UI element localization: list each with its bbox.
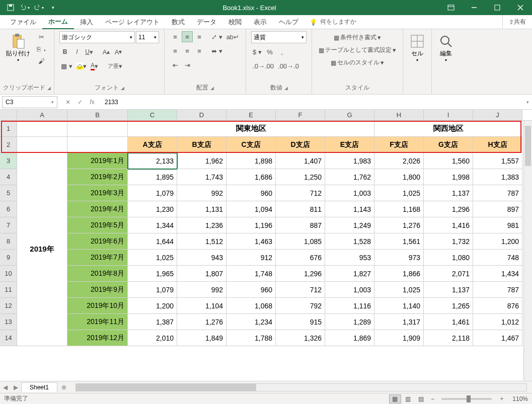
expand-formula-icon[interactable]: ▾ bbox=[523, 100, 532, 105]
paste-button[interactable]: 貼り付け▾ bbox=[3, 31, 33, 64]
col-header-H[interactable]: H bbox=[374, 110, 424, 120]
cell-I5[interactable]: 1,137 bbox=[424, 185, 473, 201]
cell-D5[interactable]: 992 bbox=[177, 185, 226, 201]
row-header-5[interactable]: 5 bbox=[0, 185, 17, 201]
cell-F4[interactable]: 1,250 bbox=[276, 169, 325, 185]
cell-I8[interactable]: 1,732 bbox=[424, 233, 473, 250]
cell-month-7[interactable]: 2019年5月 bbox=[67, 217, 128, 233]
cancel-formula-icon[interactable]: ✕ bbox=[62, 99, 73, 106]
cell-J4[interactable]: 1,383 bbox=[473, 169, 522, 185]
cell-G9[interactable]: 953 bbox=[325, 250, 374, 266]
name-box[interactable]: C3▾ bbox=[2, 96, 57, 108]
col-header-G[interactable]: G bbox=[325, 110, 374, 120]
cell-H12[interactable]: 1,140 bbox=[374, 298, 424, 314]
cell-H14[interactable]: 1,909 bbox=[374, 330, 424, 346]
cell-E11[interactable]: 960 bbox=[226, 282, 276, 298]
cell-D13[interactable]: 1,276 bbox=[177, 314, 226, 330]
cell-J14[interactable]: 1,467 bbox=[473, 330, 522, 346]
tab-help[interactable]: ヘルプ bbox=[273, 15, 305, 29]
cell-H6[interactable]: 1,168 bbox=[374, 201, 424, 217]
cell-branch-5[interactable]: F支店 bbox=[374, 137, 424, 153]
zoom-in-icon[interactable]: ＋ bbox=[496, 394, 508, 403]
row-header-11[interactable]: 11 bbox=[0, 282, 17, 298]
cell-H7[interactable]: 1,276 bbox=[374, 217, 424, 233]
align-top-icon[interactable]: ≡ bbox=[170, 31, 181, 42]
cell-H11[interactable]: 1,025 bbox=[374, 282, 424, 298]
cell-C5[interactable]: 1,079 bbox=[128, 185, 177, 201]
cell-D7[interactable]: 1,236 bbox=[177, 217, 226, 233]
cell-E8[interactable]: 1,463 bbox=[226, 233, 276, 250]
bold-button[interactable]: B bbox=[59, 46, 70, 57]
cell-H5[interactable]: 1,025 bbox=[374, 185, 424, 201]
cell-G14[interactable]: 1,869 bbox=[325, 330, 374, 346]
cell-J8[interactable]: 1,200 bbox=[473, 233, 522, 250]
wrap-text-icon[interactable]: ab↵ bbox=[225, 31, 241, 42]
row-header-14[interactable]: 14 bbox=[0, 330, 17, 346]
cell-B2[interactable] bbox=[67, 137, 128, 153]
col-header-E[interactable]: E bbox=[226, 110, 276, 120]
align-middle-icon[interactable]: ≡ bbox=[182, 31, 193, 42]
cell-I6[interactable]: 1,296 bbox=[424, 201, 473, 217]
formula-bar[interactable]: 2133 bbox=[101, 98, 523, 106]
editing-button[interactable]: 編集▾ bbox=[435, 31, 457, 64]
cell-H9[interactable]: 973 bbox=[374, 250, 424, 266]
cell-G6[interactable]: 1,143 bbox=[325, 201, 374, 217]
cell-J7[interactable]: 981 bbox=[473, 217, 522, 233]
dialog-launcher-icon[interactable]: ◢ bbox=[210, 86, 214, 91]
cell-C8[interactable]: 1,644 bbox=[128, 233, 177, 250]
align-right-icon[interactable]: ≡ bbox=[194, 45, 205, 56]
cell-J6[interactable]: 897 bbox=[473, 201, 522, 217]
comma-icon[interactable]: , bbox=[276, 46, 287, 57]
number-format-combo[interactable]: 通貨▾ bbox=[251, 31, 307, 43]
sheet-nav-next-icon[interactable]: ▶ bbox=[11, 384, 21, 391]
cell-E3[interactable]: 1,898 bbox=[226, 153, 276, 169]
col-header-A[interactable]: A bbox=[17, 110, 67, 120]
tab-pagelayout[interactable]: ページ レイアウト bbox=[99, 15, 166, 29]
cell-G5[interactable]: 1,003 bbox=[325, 185, 374, 201]
row-header-12[interactable]: 12 bbox=[0, 298, 17, 314]
phonetic-icon[interactable]: ア亜 ▾ bbox=[106, 60, 124, 71]
cells-button[interactable]: セル▾ bbox=[406, 31, 428, 64]
horizontal-scrollbar[interactable] bbox=[75, 383, 527, 391]
align-left-icon[interactable]: ≡ bbox=[170, 45, 181, 56]
shrink-font-icon[interactable]: A▾ bbox=[113, 46, 124, 57]
cell-D12[interactable]: 1,104 bbox=[177, 298, 226, 314]
view-normal-icon[interactable]: ▦ bbox=[389, 394, 401, 403]
cell-G13[interactable]: 1,289 bbox=[325, 314, 374, 330]
cell-branch-2[interactable]: C支店 bbox=[226, 137, 276, 153]
cell-H8[interactable]: 1,561 bbox=[374, 233, 424, 250]
cell-G8[interactable]: 1,528 bbox=[325, 233, 374, 250]
add-sheet-icon[interactable]: ⊕ bbox=[57, 384, 70, 391]
orientation-icon[interactable]: ⤢ ▾ bbox=[210, 31, 224, 42]
borders-icon[interactable]: ▦ ▾ bbox=[59, 60, 74, 71]
tab-view[interactable]: 表示 bbox=[248, 15, 273, 29]
cell-C14[interactable]: 2,010 bbox=[128, 330, 177, 346]
cell-F8[interactable]: 1,085 bbox=[276, 233, 325, 250]
percent-icon[interactable]: % bbox=[264, 46, 275, 57]
cell-month-14[interactable]: 2019年12月 bbox=[67, 330, 128, 346]
cell-F13[interactable]: 915 bbox=[276, 314, 325, 330]
copy-icon[interactable]: ⎘ ▾ bbox=[35, 43, 48, 54]
cell-I12[interactable]: 1,265 bbox=[424, 298, 473, 314]
select-all-corner[interactable] bbox=[0, 110, 17, 121]
zoom-out-icon[interactable]: − bbox=[428, 395, 437, 402]
col-header-J[interactable]: J bbox=[473, 110, 522, 120]
qat-customize-icon[interactable]: ▾ bbox=[46, 1, 59, 14]
cell-C4[interactable]: 1,895 bbox=[128, 169, 177, 185]
cell-F6[interactable]: 811 bbox=[276, 201, 325, 217]
cell-B1[interactable] bbox=[67, 121, 128, 137]
zoom-slider[interactable] bbox=[441, 398, 492, 400]
cell-D14[interactable]: 1,849 bbox=[177, 330, 226, 346]
cell-D4[interactable]: 1,743 bbox=[177, 169, 226, 185]
zoom-value[interactable]: 110% bbox=[508, 395, 528, 402]
cell-month-6[interactable]: 2019年4月 bbox=[67, 201, 128, 217]
tab-home[interactable]: ホーム bbox=[42, 15, 74, 29]
conditional-format-button[interactable]: ▦ 条件付き書式 ▾ bbox=[317, 33, 398, 42]
row-header-3[interactable]: 3 bbox=[0, 153, 17, 169]
cell-month-4[interactable]: 2019年2月 bbox=[67, 169, 128, 185]
cell-E13[interactable]: 1,234 bbox=[226, 314, 276, 330]
row-header-2[interactable]: 2 bbox=[0, 137, 17, 153]
cell-E5[interactable]: 960 bbox=[226, 185, 276, 201]
cell-E6[interactable]: 1,094 bbox=[226, 201, 276, 217]
increase-indent-icon[interactable]: ⇥ bbox=[182, 59, 193, 70]
